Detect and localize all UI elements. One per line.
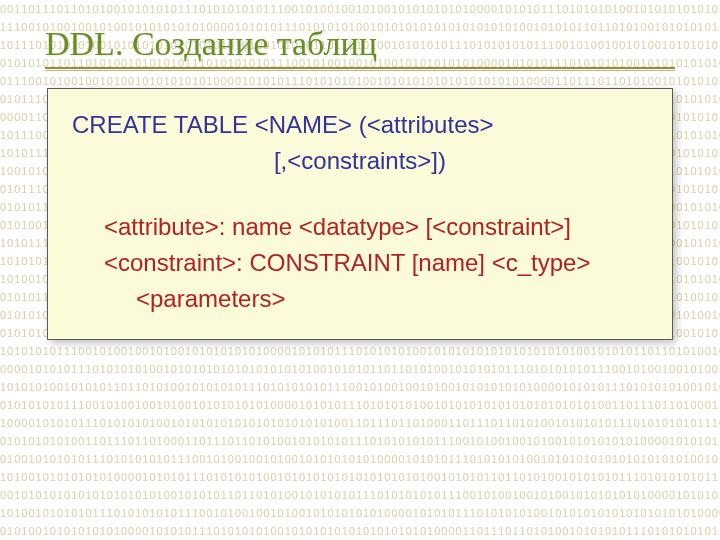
syntax-box: CREATE TABLE <NAME> (<attributes> [,<con…	[47, 88, 673, 340]
title-underline	[45, 67, 675, 70]
slide-content: DDL. Создание таблиц CREATE TABLE <NAME>…	[0, 0, 720, 340]
syntax-line-1: CREATE TABLE <NAME> (<attributes>	[72, 107, 648, 143]
syntax-line-2: [,<constraints>])	[72, 143, 648, 179]
syntax-line-3: <attribute>: name <datatype> [<constrain…	[72, 209, 648, 245]
syntax-line-4b: <parameters>	[72, 281, 648, 317]
syntax-line-4a: <constraint>: CONSTRAINT [name] <c_type>	[72, 245, 648, 281]
slide-title: DDL. Создание таблиц	[45, 25, 675, 63]
